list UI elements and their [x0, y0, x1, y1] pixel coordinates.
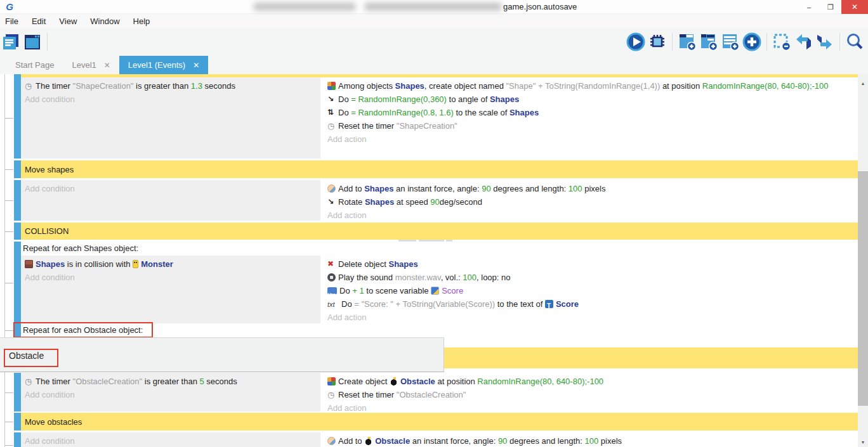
action-line[interactable]: Play the sound monster.wav, vol.: 100, l… — [327, 271, 854, 284]
event-row[interactable]: Add conditionAdd to Shapes an instant fo… — [14, 180, 858, 221]
add-event-icon[interactable] — [676, 31, 698, 53]
action-line[interactable]: Do + 1 to scene variable Score — [327, 284, 854, 297]
menu-item-view[interactable]: View — [59, 16, 77, 26]
event-selection-bar[interactable] — [14, 223, 21, 240]
event-selection-bar[interactable] — [14, 373, 21, 411]
action-line[interactable]: Delete object Shapes — [327, 257, 854, 271]
text-segment: 90 — [430, 197, 439, 207]
conditions-column[interactable]: Add condition — [21, 432, 320, 447]
event-selection-bar[interactable] — [14, 180, 21, 221]
action-line[interactable]: Do = RandomInRange(0.8, 1.6) to the scal… — [327, 106, 854, 119]
text-segment: 5 — [200, 377, 204, 386]
editors-icon[interactable] — [22, 31, 43, 53]
add-comment-icon[interactable] — [720, 31, 741, 53]
action-line[interactable]: Among objects Shapes, create object name… — [327, 79, 854, 93]
redo-icon[interactable] — [814, 31, 836, 53]
add-action[interactable]: Add action — [327, 133, 854, 146]
text-segment: 1.3 — [191, 81, 202, 91]
event-selection-bar[interactable] — [14, 242, 21, 323]
bomb-icon — [364, 437, 372, 445]
action-line[interactable]: Reset the timer "ShapeCreation" — [327, 119, 854, 133]
force-icon — [327, 437, 336, 445]
event-selection-bar[interactable] — [14, 77, 21, 159]
text-segment: Shapes — [490, 94, 519, 104]
action-line[interactable]: Add to Obstacle an instant force, angle:… — [327, 434, 854, 447]
angle-icon — [327, 95, 336, 103]
actions-column[interactable]: Add to Obstacle an instant force, angle:… — [320, 432, 858, 447]
bomb-icon — [390, 377, 398, 385]
action-line[interactable]: Reset the timer "ObstacleCreation" — [327, 388, 854, 401]
add-condition[interactable]: Add condition — [25, 434, 315, 447]
comment-row[interactable]: Move obstacles — [14, 413, 858, 431]
tab-close-icon[interactable]: ✕ — [193, 61, 199, 70]
tab-close-icon[interactable]: ✕ — [104, 61, 110, 70]
window-title: game.json.autosave — [503, 2, 577, 11]
text-segment: The timer — [36, 81, 73, 91]
add-condition[interactable]: Add condition — [25, 93, 315, 106]
event-selection-bar[interactable] — [14, 323, 21, 337]
play-icon[interactable] — [625, 31, 647, 53]
tab-level1[interactable]: Level1✕ — [63, 56, 119, 74]
actions-column[interactable]: Create object Obstacle at position Rando… — [320, 373, 858, 411]
actions-column[interactable]: Among objects Shapes, create object name… — [320, 77, 858, 159]
repeat-event-row[interactable]: Repeat for each Shapes object:Shapes is … — [14, 242, 858, 323]
add-action[interactable]: Add action — [327, 311, 854, 324]
minimize-button[interactable]: – — [798, 0, 820, 14]
comment-row[interactable]: COLLISION — [14, 223, 858, 240]
menu-item-help[interactable]: Help — [133, 16, 150, 26]
action-line[interactable]: Do = RandomInRange(0,360) to angle of Sh… — [327, 93, 854, 106]
tab-start-page[interactable]: Start Page — [6, 56, 63, 74]
repeat-header[interactable]: Repeat for each Shapes object: — [21, 242, 858, 256]
text-segment: = RandomInRange(0,360) — [351, 94, 447, 104]
menu-item-file[interactable]: File — [5, 16, 18, 26]
project-manager-icon[interactable] — [0, 31, 22, 53]
tree-guide-line — [4, 74, 5, 447]
condition-line[interactable]: Shapes is in collision with Monster — [25, 257, 315, 271]
add-action[interactable]: Add action — [327, 209, 854, 222]
vertical-scrollbar[interactable]: ▲ ▼ — [858, 74, 868, 447]
conditions-column[interactable]: The timer "ObstacleCreation" is greater … — [21, 373, 320, 411]
add-condition[interactable]: Add condition — [25, 182, 315, 195]
add-subevent-icon[interactable] — [698, 31, 720, 53]
conditions-column[interactable]: Add condition — [21, 180, 320, 221]
event-selection-bar[interactable] — [14, 160, 21, 178]
repeat-header-selected[interactable]: Repeat for each Obstacle object: — [21, 323, 858, 337]
close-button[interactable]: ✕ — [841, 0, 868, 14]
restore-button[interactable]: ❐ — [820, 0, 841, 14]
action-line[interactable]: Rotate Shapes at speed 90deg/second — [327, 195, 854, 209]
autocomplete-option-obstacle[interactable]: Obstacle — [9, 351, 44, 361]
scroll-up-icon[interactable]: ▲ — [858, 78, 868, 88]
condition-line[interactable]: The timer "ObstacleCreation" is greater … — [25, 375, 315, 388]
event-row[interactable]: The timer "ObstacleCreation" is greater … — [14, 373, 858, 411]
add-condition[interactable]: Add condition — [25, 388, 315, 401]
event-selection-bar[interactable] — [14, 413, 21, 431]
actions-column[interactable]: Add to Shapes an instant force, angle: 9… — [320, 180, 858, 221]
repeat-event-row[interactable]: Repeat for each Obstacle object: — [14, 323, 858, 337]
debug-icon[interactable] — [647, 31, 668, 53]
event-selection-bar[interactable] — [14, 432, 21, 447]
event-row[interactable]: Add conditionAdd to Obstacle an instant … — [14, 432, 858, 447]
tab-bar: Start PageLevel1✕Level1 (Events)✕ — [0, 56, 868, 74]
scrollbar-thumb[interactable] — [858, 171, 868, 406]
search-icon[interactable] — [844, 31, 865, 53]
undo-icon[interactable] — [792, 31, 814, 53]
action-line[interactable]: Add to Shapes an instant force, angle: 9… — [327, 182, 854, 195]
text-segment: Reset the timer — [338, 390, 397, 399]
add-other-event-icon[interactable] — [741, 31, 763, 53]
conditions-column[interactable]: Shapes is in collision with MonsterAdd c… — [21, 256, 320, 324]
text-segment: Obstacle — [400, 377, 435, 386]
menu-bar: FileEditViewWindowHelp — [0, 14, 868, 28]
delete-event-icon[interactable] — [771, 31, 792, 53]
add-condition[interactable]: Add condition — [25, 271, 315, 284]
tab-level1-events-[interactable]: Level1 (Events)✕ — [119, 56, 208, 74]
action-line[interactable]: Create object Obstacle at position Rando… — [327, 375, 854, 388]
condition-line[interactable]: The timer "ShapeCreation" is greater tha… — [25, 79, 315, 93]
scroll-down-icon[interactable]: ▼ — [858, 437, 868, 447]
event-row[interactable]: The timer "ShapeCreation" is greater tha… — [14, 77, 858, 159]
actions-column[interactable]: Delete object ShapesPlay the sound monst… — [320, 256, 858, 324]
menu-item-window[interactable]: Window — [90, 16, 119, 26]
menu-item-edit[interactable]: Edit — [32, 16, 46, 26]
conditions-column[interactable]: The timer "ShapeCreation" is greater tha… — [21, 77, 320, 159]
action-line[interactable]: Do = "Score: " + ToString(Variable(Score… — [327, 297, 854, 311]
comment-row[interactable]: Move shapes — [14, 160, 858, 178]
